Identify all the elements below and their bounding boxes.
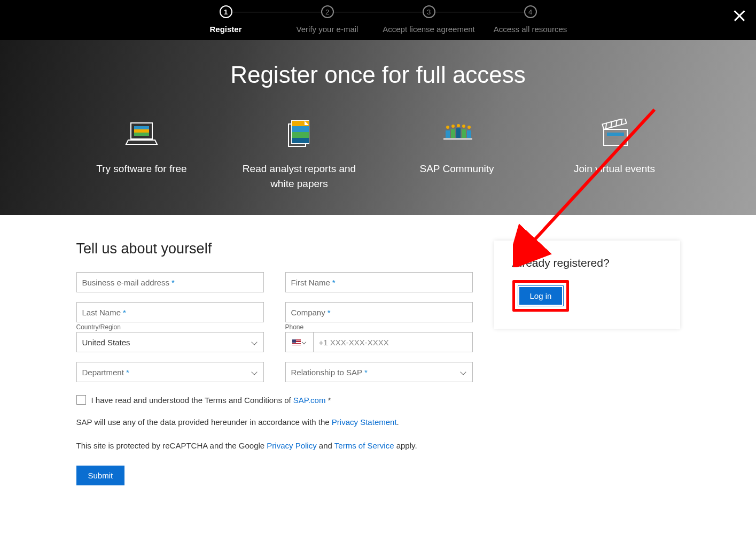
benefit-label: Join virtual events — [574, 161, 655, 176]
svg-rect-3 — [134, 133, 149, 136]
close-icon[interactable] — [732, 9, 746, 22]
country-field-wrapper: Country/Region United States — [76, 332, 264, 352]
department-select[interactable]: Department* — [76, 362, 264, 382]
terms-text: I have read and understood the Terms and… — [91, 396, 331, 405]
google-terms-of-service-link[interactable]: Terms of Service — [334, 441, 394, 450]
svg-point-12 — [457, 124, 460, 127]
step-accept-license[interactable]: 3 Accept license agreement — [378, 5, 480, 34]
content-area: Tell us about yourself Business e-mail a… — [76, 215, 680, 512]
chevron-down-icon — [252, 339, 258, 345]
svg-rect-19 — [467, 130, 471, 138]
clapperboard-icon — [598, 118, 630, 150]
step-label: Access all resources — [494, 25, 567, 34]
login-button[interactable]: Log in — [518, 286, 564, 306]
email-field[interactable]: Business e-mail address* — [76, 272, 264, 292]
sap-com-link[interactable]: SAP.com — [293, 396, 326, 405]
phone-input[interactable]: +1 XXX-XXX-XXXX — [313, 332, 473, 352]
svg-rect-2 — [134, 129, 149, 133]
registration-form: Tell us about yourself Business e-mail a… — [76, 241, 473, 485]
documents-icon — [284, 118, 314, 150]
side-column: Already registered? Log in — [494, 241, 680, 485]
community-icon — [441, 118, 472, 150]
step-register[interactable]: 1 Register — [175, 5, 277, 34]
svg-point-14 — [467, 126, 471, 129]
already-registered-card: Already registered? Log in — [494, 241, 680, 329]
step-label: Register — [209, 25, 241, 34]
hero-title: Register once for full access — [0, 61, 756, 88]
benefit-label: SAP Community — [419, 161, 494, 176]
svg-rect-16 — [451, 129, 455, 138]
chevron-down-icon — [252, 369, 258, 375]
stepper: 1 Register 2 Verify your e-mail 3 Accept… — [175, 5, 581, 34]
us-flag-icon — [292, 339, 301, 345]
already-registered-heading: Already registered? — [512, 257, 662, 269]
step-label: Accept license agreement — [383, 25, 475, 34]
terms-checkbox[interactable] — [76, 395, 86, 405]
svg-rect-15 — [446, 130, 450, 138]
step-verify-email[interactable]: 2 Verify your e-mail — [277, 5, 378, 34]
step-number: 2 — [321, 5, 334, 18]
recaptcha-text: This site is protected by reCAPTCHA and … — [76, 440, 473, 452]
svg-point-11 — [451, 125, 455, 128]
svg-rect-7 — [292, 126, 309, 132]
hero: Register once for full access Try softwa… — [0, 40, 756, 215]
last-name-field[interactable]: Last Name* — [76, 302, 264, 322]
company-field[interactable]: Company* — [285, 302, 473, 322]
benefit-events: Join virtual events — [536, 118, 693, 191]
relationship-select[interactable]: Relationship to SAP* — [285, 362, 473, 382]
svg-rect-22 — [607, 133, 624, 136]
benefit-try-software: Try software for free — [63, 118, 221, 191]
phone-label: Phone — [285, 323, 304, 331]
benefit-community: SAP Community — [378, 118, 536, 191]
svg-point-13 — [462, 125, 465, 128]
benefit-label: Read analyst reports and white papers — [230, 161, 369, 191]
svg-rect-8 — [292, 132, 309, 138]
svg-rect-18 — [462, 129, 466, 138]
svg-rect-24 — [607, 140, 618, 142]
benefit-label: Try software for free — [96, 161, 186, 176]
phone-field-wrapper: Phone +1 XXX-XXX-XXXX — [285, 332, 473, 352]
login-highlight-annotation: Log in — [512, 280, 570, 312]
phone-country-code-select[interactable] — [285, 332, 313, 352]
benefit-reports: Read analyst reports and white papers — [221, 118, 378, 191]
step-access-resources[interactable]: 4 Access all resources — [480, 5, 581, 34]
form-heading: Tell us about yourself — [76, 241, 473, 257]
svg-rect-23 — [607, 137, 618, 139]
country-label: Country/Region — [76, 323, 121, 331]
stepper-line — [226, 12, 531, 12]
chevron-down-icon — [302, 340, 307, 344]
country-select[interactable]: United States — [76, 332, 264, 352]
step-number: 1 — [220, 5, 232, 18]
svg-rect-1 — [134, 126, 149, 129]
step-number: 4 — [524, 5, 537, 18]
stepper-bar: 1 Register 2 Verify your e-mail 3 Accept… — [0, 0, 756, 40]
privacy-statement-link[interactable]: Privacy Statement — [332, 417, 397, 427]
benefits-row: Try software for free Read analyst repor… — [63, 118, 693, 191]
svg-point-10 — [446, 126, 449, 129]
step-label: Verify your e-mail — [297, 25, 358, 34]
privacy-text: SAP will use any of the data provided he… — [76, 416, 473, 428]
terms-checkbox-row: I have read and understood the Terms and… — [76, 395, 473, 405]
svg-rect-9 — [292, 138, 309, 143]
svg-rect-17 — [456, 128, 461, 138]
step-number: 3 — [423, 5, 435, 18]
submit-button[interactable]: Submit — [76, 466, 125, 485]
google-privacy-policy-link[interactable]: Privacy Policy — [267, 441, 316, 450]
chevron-down-icon — [461, 369, 467, 375]
laptop-icon — [125, 118, 158, 150]
first-name-field[interactable]: First Name* — [285, 272, 473, 292]
